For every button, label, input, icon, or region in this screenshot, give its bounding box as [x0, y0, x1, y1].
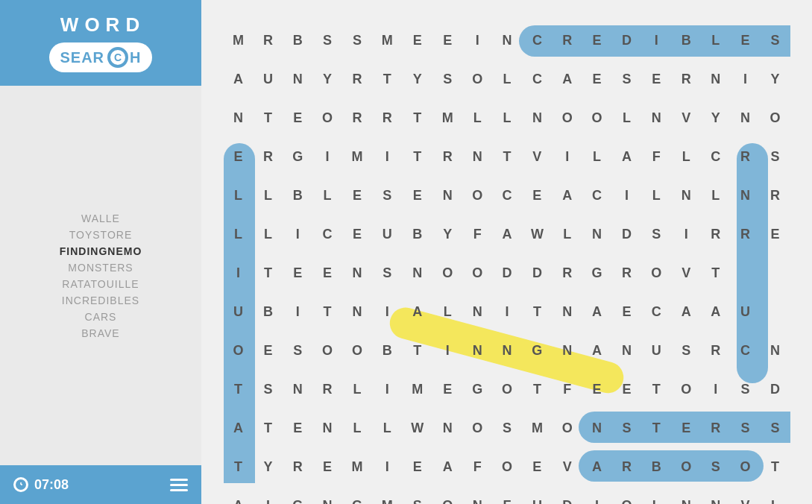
cell-7-12[interactable]: A: [582, 292, 612, 331]
cell-7-17[interactable]: U: [731, 292, 761, 331]
cell-2-8[interactable]: L: [462, 98, 492, 137]
cell-10-8[interactable]: O: [462, 409, 492, 447]
cell-11-9[interactable]: O: [492, 447, 522, 486]
cell-9-15[interactable]: O: [671, 370, 701, 409]
cell-11-15[interactable]: O: [671, 447, 701, 486]
cell-5-2[interactable]: I: [283, 215, 312, 253]
cell-1-5[interactable]: T: [372, 60, 402, 98]
cell-9-14[interactable]: T: [641, 370, 671, 409]
cell-8-15[interactable]: S: [671, 331, 701, 370]
cell-12-9[interactable]: F: [492, 486, 522, 504]
cell-8-11[interactable]: N: [553, 331, 582, 370]
cell-8-3[interactable]: O: [312, 331, 342, 370]
cell-2-18[interactable]: O: [760, 98, 790, 137]
cell-6-11[interactable]: R: [553, 253, 582, 292]
cell-2-10[interactable]: N: [522, 98, 553, 137]
cell-3-16[interactable]: C: [701, 137, 731, 176]
cell-1-18[interactable]: Y: [760, 60, 790, 98]
cell-10-12[interactable]: N: [582, 409, 612, 447]
cell-4-0[interactable]: L: [224, 176, 254, 215]
cell-11-10[interactable]: E: [522, 447, 553, 486]
cell-10-13[interactable]: S: [612, 409, 642, 447]
cell-0-10[interactable]: C: [522, 21, 553, 60]
cell-6-6[interactable]: N: [402, 253, 432, 292]
cell-4-7[interactable]: N: [432, 176, 462, 215]
cell-3-18[interactable]: S: [760, 137, 790, 176]
cell-10-3[interactable]: N: [312, 409, 342, 447]
cell-10-17[interactable]: S: [731, 409, 761, 447]
cell-5-15[interactable]: I: [671, 215, 701, 253]
cell-10-2[interactable]: E: [283, 409, 312, 447]
cell-3-8[interactable]: N: [462, 137, 492, 176]
cell-12-2[interactable]: G: [283, 486, 312, 504]
word-item-walle[interactable]: WALLE: [81, 212, 120, 224]
cell-3-0[interactable]: E: [224, 137, 254, 176]
cell-8-5[interactable]: B: [372, 331, 402, 370]
cell-2-9[interactable]: L: [492, 98, 522, 137]
cell-4-11[interactable]: A: [553, 176, 582, 215]
cell-1-9[interactable]: L: [492, 60, 522, 98]
cell-5-3[interactable]: C: [312, 215, 342, 253]
cell-3-12[interactable]: L: [582, 137, 612, 176]
cell-8-18[interactable]: N: [760, 331, 790, 370]
cell-5-0[interactable]: L: [224, 215, 254, 253]
cell-9-16[interactable]: I: [701, 370, 731, 409]
cell-2-4[interactable]: R: [342, 98, 372, 137]
cell-0-7[interactable]: E: [432, 21, 462, 60]
cell-0-2[interactable]: B: [283, 21, 312, 60]
cell-9-0[interactable]: T: [224, 370, 254, 409]
cell-11-17[interactable]: O: [731, 447, 761, 486]
cell-6-9[interactable]: D: [492, 253, 522, 292]
cell-4-16[interactable]: L: [701, 176, 731, 215]
cell-5-9[interactable]: A: [492, 215, 522, 253]
cell-8-7[interactable]: I: [432, 331, 462, 370]
cell-2-16[interactable]: Y: [701, 98, 731, 137]
cell-8-14[interactable]: U: [641, 331, 671, 370]
cell-2-15[interactable]: V: [671, 98, 701, 137]
cell-9-6[interactable]: M: [402, 370, 432, 409]
cell-8-0[interactable]: O: [224, 331, 254, 370]
cell-4-4[interactable]: E: [342, 176, 372, 215]
cell-0-16[interactable]: L: [701, 21, 731, 60]
cell-6-2[interactable]: E: [283, 253, 312, 292]
cell-7-3[interactable]: T: [312, 292, 342, 331]
cell-11-16[interactable]: S: [701, 447, 731, 486]
cell-11-13[interactable]: R: [612, 447, 642, 486]
cell-9-12[interactable]: E: [582, 370, 612, 409]
cell-4-17[interactable]: N: [731, 176, 761, 215]
cell-4-5[interactable]: S: [372, 176, 402, 215]
cell-2-12[interactable]: O: [582, 98, 612, 137]
cell-4-15[interactable]: N: [671, 176, 701, 215]
cell-12-0[interactable]: A: [224, 486, 254, 504]
cell-11-14[interactable]: B: [641, 447, 671, 486]
cell-12-16[interactable]: N: [701, 486, 731, 504]
cell-7-18[interactable]: [760, 292, 790, 331]
cell-7-2[interactable]: I: [283, 292, 312, 331]
cell-0-18[interactable]: S: [760, 21, 790, 60]
cell-3-3[interactable]: I: [312, 137, 342, 176]
cell-0-15[interactable]: B: [671, 21, 701, 60]
cell-5-12[interactable]: N: [582, 215, 612, 253]
cell-9-1[interactable]: S: [254, 370, 283, 409]
cell-0-11[interactable]: R: [553, 21, 582, 60]
cell-10-15[interactable]: E: [671, 409, 701, 447]
cell-10-1[interactable]: T: [254, 409, 283, 447]
cell-1-3[interactable]: Y: [312, 60, 342, 98]
cell-2-11[interactable]: O: [553, 98, 582, 137]
cell-3-13[interactable]: A: [612, 137, 642, 176]
cell-8-10[interactable]: G: [522, 331, 553, 370]
cell-3-14[interactable]: F: [641, 137, 671, 176]
cell-8-2[interactable]: S: [283, 331, 312, 370]
cell-5-17[interactable]: R: [731, 215, 761, 253]
cell-10-6[interactable]: W: [402, 409, 432, 447]
cell-11-7[interactable]: A: [432, 447, 462, 486]
cell-10-7[interactable]: N: [432, 409, 462, 447]
cell-9-11[interactable]: F: [553, 370, 582, 409]
cell-12-10[interactable]: U: [522, 486, 553, 504]
cell-1-15[interactable]: R: [671, 60, 701, 98]
cell-8-9[interactable]: N: [492, 331, 522, 370]
cell-11-8[interactable]: F: [462, 447, 492, 486]
cell-7-16[interactable]: A: [701, 292, 731, 331]
cell-1-16[interactable]: N: [701, 60, 731, 98]
cell-3-1[interactable]: R: [254, 137, 283, 176]
